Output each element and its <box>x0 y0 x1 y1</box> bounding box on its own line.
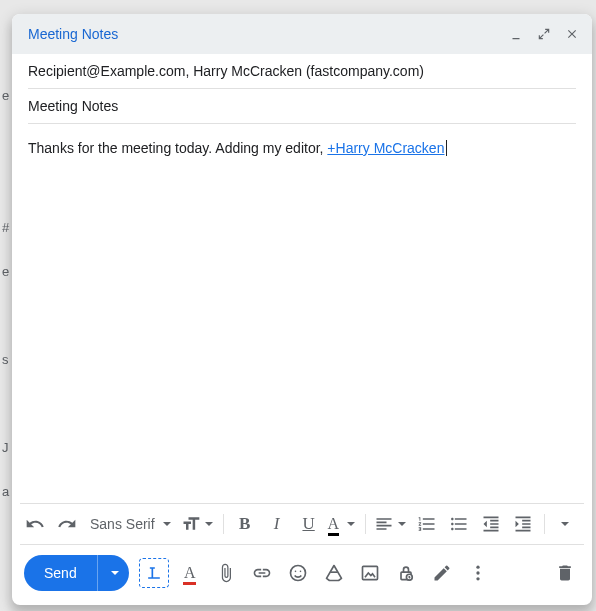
svg-point-6 <box>476 566 479 569</box>
chevron-down-icon <box>205 522 213 526</box>
text-color-button[interactable]: A <box>326 509 360 539</box>
text-style-button[interactable]: A <box>175 558 205 588</box>
redo-button[interactable] <box>52 509 82 539</box>
text-cursor <box>446 140 447 156</box>
indent-less-button[interactable] <box>476 509 506 539</box>
indent-more-button[interactable] <box>508 509 538 539</box>
font-size-button[interactable] <box>179 509 217 539</box>
confidential-mode-button[interactable] <box>391 558 421 588</box>
insert-photo-button[interactable] <box>355 558 385 588</box>
compose-title: Meeting Notes <box>28 26 504 42</box>
mention-link[interactable]: +Harry McCracken <box>327 140 444 156</box>
italic-button[interactable]: I <box>262 509 292 539</box>
more-formatting-button[interactable] <box>551 509 581 539</box>
toggle-formatting-button[interactable] <box>139 558 169 588</box>
more-options-button[interactable] <box>463 558 493 588</box>
undo-button[interactable] <box>20 509 50 539</box>
recipients-field[interactable]: Recipient@Example.com, Harry McCracken (… <box>28 54 576 89</box>
formatting-toolbar: Sans Serif B I U A <box>12 504 592 544</box>
compose-window: Meeting Notes Recipient@Example.com, Har… <box>12 14 592 605</box>
compose-body[interactable]: Thanks for the meeting today. Adding my … <box>12 124 592 503</box>
chevron-down-icon <box>111 571 119 575</box>
svg-rect-3 <box>362 566 377 579</box>
chevron-down-icon <box>398 522 406 526</box>
send-options-button[interactable] <box>97 555 129 591</box>
compose-titlebar: Meeting Notes <box>12 14 592 54</box>
svg-point-7 <box>476 571 479 574</box>
chevron-down-icon <box>347 522 355 526</box>
underline-button[interactable]: U <box>294 509 324 539</box>
body-text: Thanks for the meeting today. Adding my … <box>28 140 327 156</box>
insert-drive-button[interactable] <box>319 558 349 588</box>
subject-field[interactable]: Meeting Notes <box>28 89 576 124</box>
svg-point-8 <box>476 577 479 580</box>
numbered-list-button[interactable] <box>412 509 442 539</box>
align-button[interactable] <box>372 509 410 539</box>
svg-point-2 <box>299 571 301 573</box>
insert-emoji-button[interactable] <box>283 558 313 588</box>
insert-link-button[interactable] <box>247 558 277 588</box>
font-family-select[interactable]: Sans Serif <box>84 509 177 539</box>
attach-file-button[interactable] <box>211 558 241 588</box>
insert-signature-button[interactable] <box>427 558 457 588</box>
minimize-button[interactable] <box>504 22 528 46</box>
bold-button[interactable]: B <box>230 509 260 539</box>
chevron-down-icon <box>163 522 171 526</box>
discard-draft-button[interactable] <box>550 558 580 588</box>
expand-button[interactable] <box>532 22 556 46</box>
chevron-down-icon <box>561 522 569 526</box>
bulleted-list-button[interactable] <box>444 509 474 539</box>
svg-point-1 <box>294 571 296 573</box>
close-button[interactable] <box>560 22 584 46</box>
send-button[interactable]: Send <box>24 555 97 591</box>
svg-point-0 <box>290 566 305 581</box>
send-bar: Send A <box>12 545 592 605</box>
